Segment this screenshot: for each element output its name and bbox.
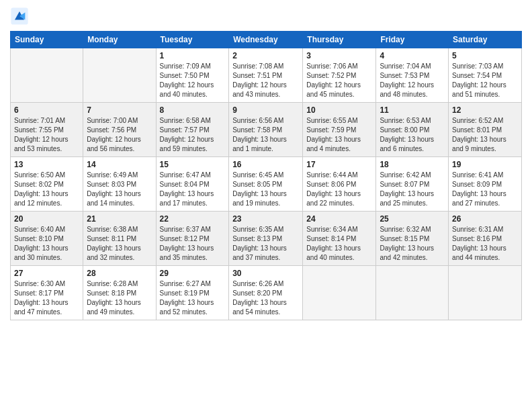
day-cell: 8Sunrise: 6:58 AM Sunset: 7:57 PM Daylig… bbox=[156, 103, 229, 157]
day-number: 2 bbox=[232, 51, 299, 60]
day-cell: 20Sunrise: 6:40 AM Sunset: 8:10 PM Dayli… bbox=[11, 212, 83, 266]
day-info: Sunrise: 6:41 AM Sunset: 8:09 PM Dayligh… bbox=[452, 171, 518, 208]
day-cell: 13Sunrise: 6:50 AM Sunset: 8:02 PM Dayli… bbox=[11, 157, 83, 212]
day-info: Sunrise: 6:58 AM Sunset: 7:57 PM Dayligh… bbox=[160, 116, 226, 154]
day-cell bbox=[83, 48, 156, 103]
day-cell: 3Sunrise: 7:06 AM Sunset: 7:52 PM Daylig… bbox=[303, 48, 376, 103]
header-cell-sunday: Sunday bbox=[11, 32, 83, 48]
day-number: 9 bbox=[232, 105, 299, 115]
header-cell-thursday: Thursday bbox=[303, 32, 376, 48]
day-info: Sunrise: 6:47 AM Sunset: 8:04 PM Dayligh… bbox=[160, 171, 226, 208]
day-cell: 30Sunrise: 6:26 AM Sunset: 8:20 PM Dayli… bbox=[229, 266, 303, 320]
day-cell: 2Sunrise: 7:08 AM Sunset: 7:51 PM Daylig… bbox=[229, 48, 303, 103]
day-number: 19 bbox=[452, 160, 518, 169]
day-cell: 7Sunrise: 7:00 AM Sunset: 7:56 PM Daylig… bbox=[83, 103, 156, 157]
day-info: Sunrise: 6:32 AM Sunset: 8:15 PM Dayligh… bbox=[380, 225, 445, 263]
day-info: Sunrise: 6:26 AM Sunset: 8:20 PM Dayligh… bbox=[232, 279, 299, 317]
week-row-5: 27Sunrise: 6:30 AM Sunset: 8:17 PM Dayli… bbox=[11, 266, 522, 320]
day-number: 21 bbox=[87, 214, 152, 224]
day-number: 30 bbox=[232, 269, 299, 278]
day-number: 7 bbox=[87, 105, 152, 115]
day-number: 3 bbox=[306, 51, 372, 60]
day-info: Sunrise: 6:52 AM Sunset: 8:01 PM Dayligh… bbox=[452, 116, 518, 154]
day-info: Sunrise: 7:00 AM Sunset: 7:56 PM Dayligh… bbox=[87, 116, 152, 154]
day-number: 28 bbox=[87, 269, 152, 278]
day-cell: 6Sunrise: 7:01 AM Sunset: 7:55 PM Daylig… bbox=[11, 103, 83, 157]
header bbox=[10, 7, 522, 26]
day-info: Sunrise: 6:37 AM Sunset: 8:12 PM Dayligh… bbox=[160, 225, 226, 263]
day-cell: 11Sunrise: 6:53 AM Sunset: 8:00 PM Dayli… bbox=[376, 103, 449, 157]
day-number: 5 bbox=[452, 51, 518, 60]
day-number: 23 bbox=[232, 214, 299, 224]
day-number: 16 bbox=[232, 160, 299, 169]
day-cell: 15Sunrise: 6:47 AM Sunset: 8:04 PM Dayli… bbox=[156, 157, 229, 212]
day-info: Sunrise: 6:30 AM Sunset: 8:17 PM Dayligh… bbox=[14, 279, 79, 317]
day-number: 4 bbox=[380, 51, 445, 60]
day-info: Sunrise: 6:31 AM Sunset: 8:16 PM Dayligh… bbox=[452, 225, 518, 263]
calendar-body: 1Sunrise: 7:09 AM Sunset: 7:50 PM Daylig… bbox=[11, 48, 522, 320]
day-cell bbox=[303, 266, 376, 320]
day-info: Sunrise: 6:44 AM Sunset: 8:06 PM Dayligh… bbox=[306, 171, 372, 208]
day-number: 12 bbox=[452, 105, 518, 115]
day-number: 17 bbox=[306, 160, 372, 169]
logo bbox=[10, 7, 32, 26]
day-number: 25 bbox=[380, 214, 445, 224]
day-info: Sunrise: 6:55 AM Sunset: 7:59 PM Dayligh… bbox=[306, 116, 372, 154]
day-cell: 1Sunrise: 7:09 AM Sunset: 7:50 PM Daylig… bbox=[156, 48, 229, 103]
day-number: 27 bbox=[14, 269, 79, 278]
day-number: 13 bbox=[14, 160, 79, 169]
day-number: 11 bbox=[380, 105, 445, 115]
day-info: Sunrise: 6:34 AM Sunset: 8:14 PM Dayligh… bbox=[306, 225, 372, 263]
day-cell: 14Sunrise: 6:49 AM Sunset: 8:03 PM Dayli… bbox=[83, 157, 156, 212]
day-cell: 28Sunrise: 6:28 AM Sunset: 8:18 PM Dayli… bbox=[83, 266, 156, 320]
day-number: 6 bbox=[14, 105, 79, 115]
day-cell: 10Sunrise: 6:55 AM Sunset: 7:59 PM Dayli… bbox=[303, 103, 376, 157]
day-cell: 19Sunrise: 6:41 AM Sunset: 8:09 PM Dayli… bbox=[449, 157, 522, 212]
calendar-table: SundayMondayTuesdayWednesdayThursdayFrid… bbox=[10, 31, 522, 320]
header-cell-saturday: Saturday bbox=[449, 32, 522, 48]
day-cell: 9Sunrise: 6:56 AM Sunset: 7:58 PM Daylig… bbox=[229, 103, 303, 157]
day-cell: 26Sunrise: 6:31 AM Sunset: 8:16 PM Dayli… bbox=[449, 212, 522, 266]
header-cell-tuesday: Tuesday bbox=[156, 32, 229, 48]
week-row-4: 20Sunrise: 6:40 AM Sunset: 8:10 PM Dayli… bbox=[11, 212, 522, 266]
day-cell: 23Sunrise: 6:35 AM Sunset: 8:13 PM Dayli… bbox=[229, 212, 303, 266]
day-number: 14 bbox=[87, 160, 152, 169]
day-cell: 24Sunrise: 6:34 AM Sunset: 8:14 PM Dayli… bbox=[303, 212, 376, 266]
day-info: Sunrise: 7:04 AM Sunset: 7:53 PM Dayligh… bbox=[380, 62, 445, 99]
day-number: 26 bbox=[452, 214, 518, 224]
day-info: Sunrise: 6:35 AM Sunset: 8:13 PM Dayligh… bbox=[232, 225, 299, 263]
day-info: Sunrise: 6:28 AM Sunset: 8:18 PM Dayligh… bbox=[87, 279, 152, 317]
day-info: Sunrise: 6:45 AM Sunset: 8:05 PM Dayligh… bbox=[232, 171, 299, 208]
day-number: 1 bbox=[160, 51, 226, 60]
day-info: Sunrise: 7:01 AM Sunset: 7:55 PM Dayligh… bbox=[14, 116, 79, 154]
day-number: 24 bbox=[306, 214, 372, 224]
day-info: Sunrise: 6:53 AM Sunset: 8:00 PM Dayligh… bbox=[380, 116, 445, 154]
day-cell: 21Sunrise: 6:38 AM Sunset: 8:11 PM Dayli… bbox=[83, 212, 156, 266]
day-cell: 27Sunrise: 6:30 AM Sunset: 8:17 PM Dayli… bbox=[11, 266, 83, 320]
header-cell-friday: Friday bbox=[376, 32, 449, 48]
day-cell: 16Sunrise: 6:45 AM Sunset: 8:05 PM Dayli… bbox=[229, 157, 303, 212]
day-info: Sunrise: 7:06 AM Sunset: 7:52 PM Dayligh… bbox=[306, 62, 372, 99]
day-number: 20 bbox=[14, 214, 79, 224]
day-info: Sunrise: 6:56 AM Sunset: 7:58 PM Dayligh… bbox=[232, 116, 299, 154]
page: SundayMondayTuesdayWednesdayThursdayFrid… bbox=[0, 0, 532, 411]
week-row-3: 13Sunrise: 6:50 AM Sunset: 8:02 PM Dayli… bbox=[11, 157, 522, 212]
day-cell: 5Sunrise: 7:03 AM Sunset: 7:54 PM Daylig… bbox=[449, 48, 522, 103]
day-info: Sunrise: 6:42 AM Sunset: 8:07 PM Dayligh… bbox=[380, 171, 445, 208]
day-info: Sunrise: 7:08 AM Sunset: 7:51 PM Dayligh… bbox=[232, 62, 299, 99]
day-info: Sunrise: 7:03 AM Sunset: 7:54 PM Dayligh… bbox=[452, 62, 518, 99]
day-info: Sunrise: 6:49 AM Sunset: 8:03 PM Dayligh… bbox=[87, 171, 152, 208]
day-cell: 4Sunrise: 7:04 AM Sunset: 7:53 PM Daylig… bbox=[376, 48, 449, 103]
day-number: 15 bbox=[160, 160, 226, 169]
day-cell: 22Sunrise: 6:37 AM Sunset: 8:12 PM Dayli… bbox=[156, 212, 229, 266]
day-number: 8 bbox=[160, 105, 226, 115]
day-cell bbox=[449, 266, 522, 320]
day-info: Sunrise: 6:27 AM Sunset: 8:19 PM Dayligh… bbox=[160, 279, 226, 317]
day-number: 29 bbox=[160, 269, 226, 278]
day-cell bbox=[376, 266, 449, 320]
header-cell-wednesday: Wednesday bbox=[229, 32, 303, 48]
day-info: Sunrise: 6:38 AM Sunset: 8:11 PM Dayligh… bbox=[87, 225, 152, 263]
header-row: SundayMondayTuesdayWednesdayThursdayFrid… bbox=[11, 32, 522, 48]
day-cell: 29Sunrise: 6:27 AM Sunset: 8:19 PM Dayli… bbox=[156, 266, 229, 320]
day-number: 22 bbox=[160, 214, 226, 224]
